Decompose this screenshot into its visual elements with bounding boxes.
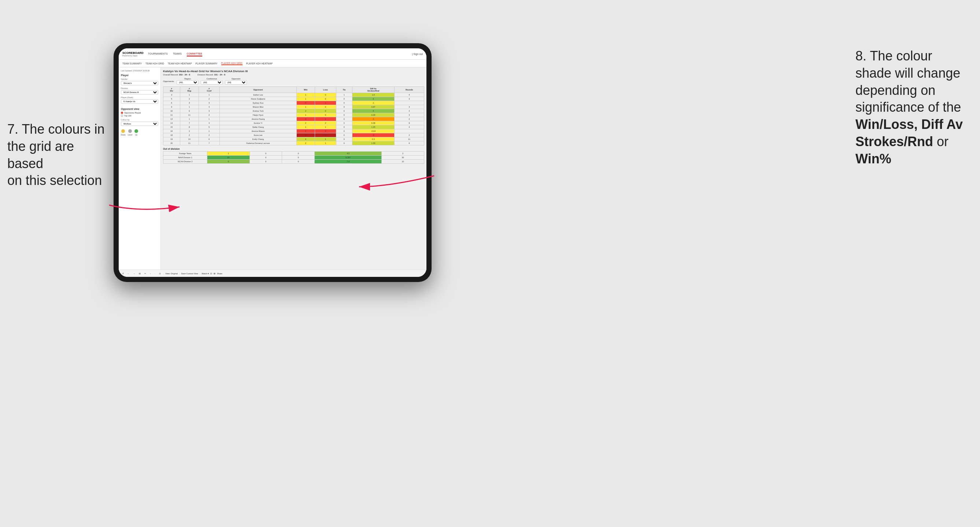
nav-item-tournaments[interactable]: TOURNAMENTS xyxy=(148,52,168,56)
cell-rounds: 9 xyxy=(395,121,424,125)
region-filter: Region (All) xyxy=(177,78,199,84)
subnav-player-summary[interactable]: PLAYER SUMMARY xyxy=(196,62,218,65)
division-select[interactable]: NCAA Division III xyxy=(121,90,158,94)
gender-select[interactable]: Women's xyxy=(121,81,158,85)
toolbar-circle[interactable]: ⊙ xyxy=(158,272,162,275)
ood-cell-tie: 0 xyxy=(282,160,315,164)
cell-conf: 2 xyxy=(199,97,220,101)
table-row: 18 2 2 Euna Lee 0 2 0 -5 2 xyxy=(163,133,424,137)
main-content: Last Updated: 27/03/2024 16:55:38 Player… xyxy=(119,67,426,270)
cell-opponent: Stella Cheng xyxy=(220,125,297,129)
cell-loss: 0 xyxy=(315,113,336,117)
cell-loss: 1 xyxy=(315,117,336,121)
nav-item-committee[interactable]: COMMITTEE xyxy=(187,52,202,56)
subnav-team-summary[interactable]: TEAM SUMMARY xyxy=(123,62,142,65)
cell-reg: 11 xyxy=(180,141,199,145)
cell-reg: 8 xyxy=(180,125,199,129)
cell-opponent: Heejo Hyun xyxy=(220,113,297,117)
player-select[interactable]: 8. Katelyn Vo xyxy=(121,99,158,104)
colour-by-select[interactable]: Win/loss xyxy=(121,122,158,126)
toolbar-cut[interactable]: ✂ xyxy=(143,272,147,275)
colour-by-label: Colour by xyxy=(121,119,158,121)
division-record: Division Record: 331 - 34 - 6 xyxy=(197,74,225,76)
cell-conf: 3 xyxy=(199,109,220,113)
radio-opponents-played[interactable]: Opponents Played xyxy=(121,112,158,114)
toolbar-watch[interactable]: Watch ▾ xyxy=(202,273,209,275)
cell-loss: 0 xyxy=(315,109,336,113)
toolbar-save-custom[interactable]: Save Custom View xyxy=(181,273,198,275)
cell-tie: 0 xyxy=(336,101,352,105)
cell-rounds xyxy=(395,101,424,105)
radio-top100[interactable]: Top 100 xyxy=(121,114,158,117)
nav-item-teams[interactable]: TEAMS xyxy=(173,52,182,56)
cell-win: 2 xyxy=(296,121,315,125)
cell-div: 6 xyxy=(163,101,180,105)
toolbar-icon2[interactable]: ⊠ xyxy=(213,273,215,275)
toolbar-forward[interactable]: → xyxy=(132,272,137,275)
ood-cell-win: 1 xyxy=(207,152,250,156)
cell-div: 15 xyxy=(163,125,180,129)
grid-area: Katelyn Vo Head-to-Head Grid for Women's… xyxy=(161,67,426,270)
table-row: 5 2 2 Alexis Sudjianto 1 0 0 4 3 xyxy=(163,97,424,101)
sub-nav: TEAM SUMMARY TEAM H2H GRID TEAM H2H HEAT… xyxy=(119,60,426,67)
subnav-player-h2h-grid[interactable]: PLAYER H2H GRID xyxy=(221,62,242,65)
cell-div: 13 xyxy=(163,117,180,121)
toolbar-view-original[interactable]: View: Original xyxy=(165,273,178,275)
annotation-left: 7. The colours in the grid are based on … xyxy=(7,121,110,189)
cell-opponent: Federica Domecq Lacroze xyxy=(220,141,297,145)
cell-conf: 2 xyxy=(199,113,220,117)
opponent-view-options: Opponents Played Top 100 xyxy=(121,112,158,117)
player-label: Player (Rank) xyxy=(121,96,158,98)
cell-opponent: Sharon Mun xyxy=(220,105,297,109)
region-select[interactable]: (All) xyxy=(177,80,199,84)
cell-div: 5 xyxy=(163,97,180,101)
table-row: 11 11 2 Heejo Hyun 1 0 0 3.33 3 xyxy=(163,113,424,117)
cell-opponent: Jessica Mason xyxy=(220,129,297,133)
colour-down: Down xyxy=(121,129,126,136)
cell-loss: 0 xyxy=(315,97,336,101)
ood-cell-rounds: 30 xyxy=(382,156,424,160)
colour-dot-down xyxy=(121,129,125,133)
out-of-division-header: Out of division xyxy=(163,148,424,150)
toolbar-dot[interactable]: · xyxy=(153,272,156,275)
cell-reg: 1 xyxy=(180,105,199,109)
toolbar-undo[interactable]: ↺ xyxy=(121,272,125,275)
cell-opponent: Jessica Huang xyxy=(220,117,297,121)
toolbar-back[interactable]: ← xyxy=(126,272,131,275)
cell-loss: 2 xyxy=(315,133,336,137)
ood-cell-name: NCAA Division 2 xyxy=(163,160,207,164)
ood-cell-tie: 0 xyxy=(282,152,315,156)
opponent-select[interactable]: (All) xyxy=(225,80,247,84)
cell-loss: 0 xyxy=(315,105,336,109)
annotation-right: 8. The colour shade will change dependin… xyxy=(856,48,976,168)
cell-div: 10 xyxy=(163,109,180,113)
toolbar-icon1[interactable]: ⊡ xyxy=(210,273,212,275)
table-row: 3 1 1 Esther Lee 1 0 1 1.5 4 xyxy=(163,93,424,97)
col-diff: Diff AvStrokes/Rnd xyxy=(352,87,395,93)
cell-opponent: Eunice Yi xyxy=(220,121,297,125)
conference-select[interactable]: (All) xyxy=(201,80,223,84)
col-conf: #Conf xyxy=(199,87,220,93)
toolbar-share[interactable]: Share xyxy=(217,273,223,275)
cell-conf: 5 xyxy=(199,125,220,129)
cell-div: 3 xyxy=(163,93,180,97)
cell-div: 9 xyxy=(163,105,180,109)
cell-tie: 0 xyxy=(336,97,352,101)
cell-loss: 0 xyxy=(315,93,336,97)
cell-loss: 1 xyxy=(315,141,336,145)
toolbar-grid[interactable]: ⊞ xyxy=(138,272,142,275)
cell-div: 11 xyxy=(163,113,180,117)
cell-opponent: Alexis Sudjianto xyxy=(220,97,297,101)
cell-tie: 0 xyxy=(336,129,352,133)
cell-conf: 1 xyxy=(199,93,220,97)
ood-cell-name: Foreign Team xyxy=(163,152,207,156)
opponent-view-title: Opponent view xyxy=(121,108,158,110)
subnav-team-h2h-heatmap[interactable]: TEAM H2H HEATMAP xyxy=(168,62,192,65)
cell-win: 0 xyxy=(296,117,315,121)
toolbar-tilde[interactable]: ~ xyxy=(149,272,152,275)
subnav-team-h2h-grid[interactable]: TEAM H2H GRID xyxy=(145,62,164,65)
cell-diff: 3.33 xyxy=(352,113,395,117)
bottom-toolbar: ↺ ← → ⊞ ✂ ~ · ⊙ | View: Original | Save … xyxy=(119,270,426,277)
subnav-player-h2h-heatmap[interactable]: PLAYER H2H HEATMAP xyxy=(246,62,273,65)
ood-cell-rounds: 10 xyxy=(382,160,424,164)
